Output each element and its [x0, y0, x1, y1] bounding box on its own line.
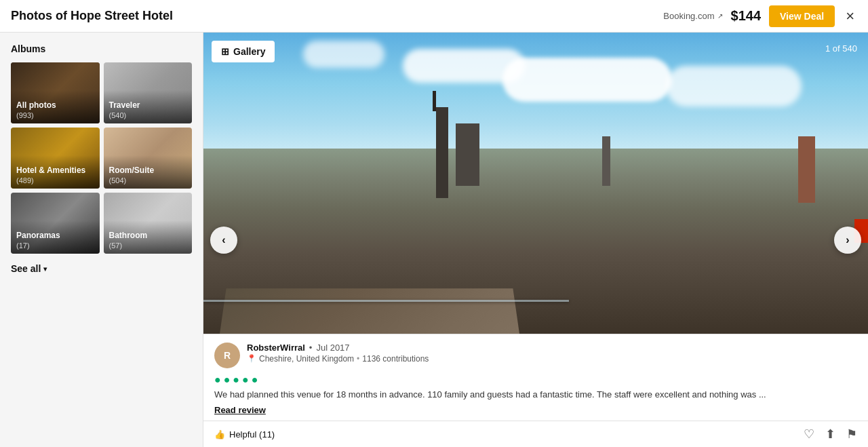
helpful-label: Helpful (11): [229, 429, 275, 440]
share-actions: ♡ ⬆ ⚑: [804, 427, 857, 442]
tall-building-1: [436, 107, 448, 198]
review-header: R RobsterWirral • Jul 2017 📍 Cheshire, U…: [203, 334, 868, 371]
pin-icon: 📍: [247, 354, 256, 363]
album-item-hotel[interactable]: Hotel & Amenities (489): [11, 128, 100, 189]
sidebar: Albums All photos (993) Traveler (540): [0, 33, 203, 447]
see-all-button[interactable]: See all ▾: [11, 263, 47, 274]
album-item-traveler[interactable]: Traveler (540): [104, 62, 193, 123]
review-actions: 👍 Helpful (11) ♡ ⬆ ⚑: [203, 421, 868, 447]
building-2: [602, 136, 610, 186]
star-3: ●: [233, 374, 239, 386]
album-count-traveler: (540): [109, 111, 187, 119]
album-name-bathroom: Bathroom: [109, 231, 187, 241]
album-grid: All photos (993) Traveler (540) Hotel & …: [11, 62, 192, 254]
booking-link[interactable]: Booking.com ↗: [663, 11, 722, 21]
star-rating: ● ● ● ● ●: [203, 371, 868, 389]
album-name-traveler: Traveler: [109, 100, 187, 111]
album-item-bathroom[interactable]: Bathroom (57): [104, 193, 193, 254]
helpful-button[interactable]: 👍 Helpful (11): [214, 429, 275, 440]
read-review-button[interactable]: Read review: [203, 405, 277, 421]
chevron-down-icon: ▾: [43, 265, 47, 273]
album-count-panoramas: (17): [16, 241, 94, 250]
main-layout: Albums All photos (993) Traveler (540): [0, 33, 868, 447]
photo-counter: 1 of 540: [825, 43, 857, 54]
album-name-hotel: Hotel & Amenities: [16, 166, 94, 176]
cloud-2: [502, 58, 672, 102]
album-count-all: (993): [16, 111, 94, 119]
star-5: ●: [252, 374, 258, 386]
cloud-4: [666, 66, 802, 106]
page-title: Photos of Hope Street Hotel: [11, 9, 173, 23]
album-count-bathroom: (57): [109, 241, 187, 250]
star-1: ●: [214, 374, 221, 386]
header: Photos of Hope Street Hotel Booking.com …: [0, 0, 868, 33]
photo-viewer: ⊞ Gallery 1 of 540: [203, 33, 868, 447]
booking-site-label: Booking.com: [663, 11, 714, 21]
flag-button[interactable]: ⚑: [846, 427, 857, 442]
share-button[interactable]: ⬆: [825, 427, 835, 442]
see-all-label: See all: [11, 263, 41, 274]
header-actions: Booking.com ↗ $144 View Deal ×: [663, 5, 857, 28]
grid-icon: ⊞: [221, 46, 229, 57]
building-cluster-1: [456, 123, 479, 186]
price-display: $144: [731, 8, 762, 24]
next-photo-button[interactable]: ›: [834, 227, 861, 254]
reviewer-date-sep: •: [309, 343, 313, 353]
reviewer-date: Jul 2017: [316, 343, 349, 353]
album-item-all-photos[interactable]: All photos (993): [11, 62, 100, 123]
reviewer-info: RobsterWirral • Jul 2017 📍 Cheshire, Uni…: [247, 343, 857, 364]
star-4: ●: [242, 374, 249, 386]
reviewer-location: 📍 Cheshire, United Kingdom • 1136 contri…: [247, 354, 857, 364]
prev-photo-button[interactable]: ‹: [210, 227, 237, 254]
tower-spire: [433, 91, 436, 112]
reviewer-avatar: R: [214, 343, 240, 368]
cloud-3: [303, 41, 384, 68]
reviewer-name: RobsterWirral: [247, 343, 305, 353]
view-deal-button[interactable]: View Deal: [769, 5, 835, 27]
location-text: Cheshire, United Kingdom: [259, 354, 354, 364]
albums-label: Albums: [11, 43, 192, 54]
gallery-button[interactable]: ⊞ Gallery: [212, 41, 275, 62]
gallery-label: Gallery: [233, 46, 265, 57]
thumbs-up-icon: 👍: [214, 429, 225, 440]
album-name-all: All photos: [16, 100, 94, 111]
photo-toolbar: ⊞ Gallery: [212, 41, 275, 62]
external-link-icon: ↗: [717, 12, 723, 20]
avatar-initials: R: [224, 350, 231, 361]
favorite-button[interactable]: ♡: [804, 427, 814, 442]
contributions-text: 1136 contributions: [362, 354, 429, 364]
dot-separator: •: [357, 354, 359, 364]
close-button[interactable]: ×: [843, 5, 857, 28]
review-text: We had planned this venue for 18 months …: [203, 389, 868, 405]
album-item-room[interactable]: Room/Suite (504): [104, 128, 193, 189]
album-count-hotel: (489): [16, 176, 94, 184]
star-2: ●: [224, 374, 231, 386]
glass-railing: [203, 300, 569, 302]
album-item-panoramas[interactable]: Panoramas (17): [11, 193, 100, 254]
album-name-room: Room/Suite: [109, 166, 187, 176]
album-name-panoramas: Panoramas: [16, 231, 94, 241]
building-right: [798, 136, 815, 203]
review-section: R RobsterWirral • Jul 2017 📍 Cheshire, U…: [203, 334, 868, 447]
album-count-room: (504): [109, 176, 187, 184]
